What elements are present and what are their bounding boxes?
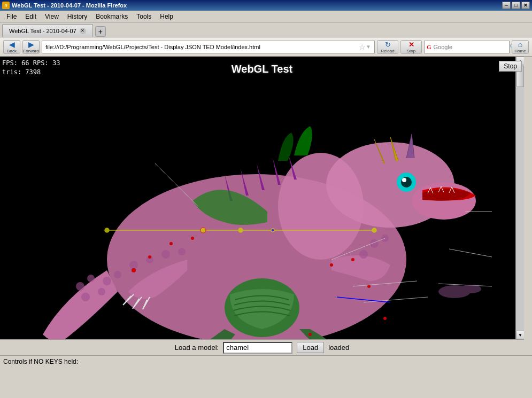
svg-point-6	[401, 177, 412, 188]
browser-tab-active[interactable]: WebGL Test - 2010-04-07 ✕	[2, 24, 93, 37]
svg-point-29	[148, 255, 151, 259]
svg-point-16	[178, 248, 186, 255]
search-bar: G 🔍	[424, 41, 510, 53]
menu-view[interactable]: View	[41, 12, 63, 21]
svg-point-10	[87, 275, 95, 282]
svg-point-31	[191, 237, 194, 240]
fps-value: FPS: 66	[2, 59, 29, 67]
scroll-down-button[interactable]: ▼	[516, 331, 524, 339]
svg-point-27	[372, 228, 376, 232]
svg-point-25	[238, 228, 243, 232]
menu-help[interactable]: Help	[156, 12, 178, 21]
menubar: File Edit View History Bookmarks Tools H…	[0, 11, 532, 22]
minimize-button[interactable]: ─	[502, 2, 511, 9]
svg-point-33	[351, 258, 354, 261]
address-input[interactable]	[45, 44, 359, 50]
svg-point-36	[309, 333, 312, 336]
svg-point-24	[201, 228, 206, 233]
menu-history[interactable]: History	[63, 12, 91, 21]
maximize-button[interactable]: □	[512, 2, 520, 9]
fps-display: FPS: 66 RPS: 33 tris: 7398	[2, 59, 60, 77]
bookmark-star-icon[interactable]: ☆	[359, 43, 366, 51]
menu-tools[interactable]: Tools	[132, 12, 156, 21]
svg-point-11	[103, 277, 111, 285]
webgl-title: WebGL Test	[232, 63, 292, 75]
home-icon: ⌂	[518, 40, 522, 49]
statusbar: Controls if NO KEYS held:	[0, 355, 532, 367]
new-tab-button[interactable]: +	[95, 26, 106, 37]
search-input[interactable]	[434, 44, 507, 50]
navbar: ◀ Back ▶ Forward ☆ ▼ ↻ Reload ✕ Stop G 🔍…	[0, 37, 532, 57]
back-button[interactable]: ◀ Back	[3, 40, 20, 54]
close-button[interactable]: ✕	[521, 2, 530, 9]
content-area: FPS: 66 RPS: 33 tris: 7398 WebGL Test St…	[0, 57, 524, 355]
svg-point-12	[114, 271, 121, 278]
address-bar[interactable]: ☆ ▼	[42, 41, 375, 53]
forward-button[interactable]: ▶ Forward	[22, 40, 40, 54]
reload-label: Reload	[381, 49, 394, 53]
dragon-illustration	[0, 57, 524, 355]
loaded-status: loaded	[328, 344, 349, 352]
menu-bookmarks[interactable]: Bookmarks	[91, 12, 132, 21]
reload-icon: ↻	[385, 41, 391, 49]
stop-x-icon: ✕	[408, 41, 414, 49]
model-input[interactable]	[223, 342, 292, 354]
load-model-button[interactable]: Load	[297, 342, 324, 353]
svg-point-13	[129, 261, 138, 269]
svg-point-32	[330, 263, 333, 267]
scroll-track[interactable]	[516, 65, 524, 331]
home-button[interactable]: ⌂ Home	[512, 40, 529, 54]
stop-button-nav[interactable]: ✕ Stop	[400, 40, 422, 54]
rps-value: RPS: 33	[33, 59, 60, 67]
tab-label: WebGL Test - 2010-04-07	[9, 28, 76, 34]
svg-point-15	[161, 250, 170, 259]
svg-point-35	[383, 317, 387, 320]
titlebar: ff WebGL Test - 2010-04-07 - Mozilla Fir…	[0, 0, 532, 11]
fps-rps-line: FPS: 66 RPS: 33	[2, 59, 60, 68]
search-engine-icon: G	[427, 44, 431, 50]
svg-point-26	[271, 229, 274, 232]
status-text: Controls if NO KEYS held:	[3, 358, 78, 365]
tabbar: WebGL Test - 2010-04-07 ✕ +	[0, 22, 532, 37]
title-icon: ff	[2, 2, 10, 9]
svg-point-47	[460, 285, 481, 293]
load-model-bar: Load a model: Load loaded	[0, 339, 524, 355]
window-title: WebGL Test - 2010-04-07 - Mozilla Firefo…	[12, 2, 502, 9]
svg-point-23	[105, 228, 109, 232]
menu-file[interactable]: File	[2, 12, 21, 21]
menu-edit[interactable]: Edit	[21, 12, 41, 21]
home-label: Home	[514, 49, 526, 53]
stop-overlay-button[interactable]: Stop	[499, 61, 522, 72]
reload-button[interactable]: ↻ Reload	[377, 40, 398, 54]
dropdown-icon[interactable]: ▼	[366, 44, 371, 50]
svg-point-18	[98, 288, 105, 295]
webgl-canvas[interactable]: FPS: 66 RPS: 33 tris: 7398 WebGL Test St…	[0, 57, 524, 355]
scrollbar: ▲ ▼	[515, 57, 524, 339]
stop-nav-label: Stop	[407, 49, 415, 53]
window-controls: ─ □ ✕	[502, 2, 530, 9]
svg-point-30	[169, 242, 173, 245]
svg-point-21	[359, 250, 368, 259]
svg-point-9	[76, 282, 84, 291]
svg-point-17	[81, 293, 90, 301]
load-model-label: Load a model:	[175, 344, 219, 352]
svg-point-28	[132, 268, 136, 272]
tris-line: tris: 7398	[2, 68, 60, 77]
svg-point-7	[402, 178, 406, 182]
tab-close-icon[interactable]: ✕	[80, 28, 86, 34]
